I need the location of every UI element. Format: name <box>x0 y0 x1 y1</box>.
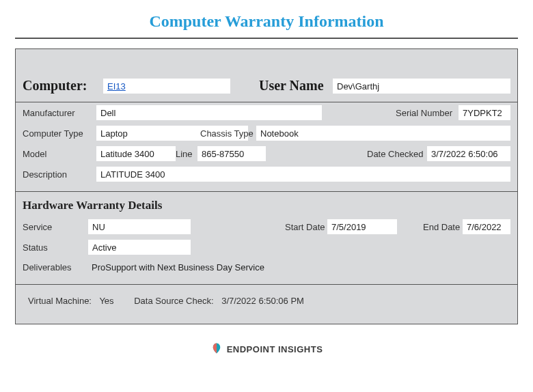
footer-section: Virtual Machine: Yes Data Source Check: … <box>16 285 517 324</box>
data-source-check-label: Data Source Check: <box>134 296 213 306</box>
date-checked-value: 3/7/2022 6:50:06 PM <box>427 146 510 161</box>
start-date-value: 7/5/2019 <box>327 219 397 234</box>
model-value: Latitude 3400 <box>96 146 176 161</box>
service-label: Service <box>23 222 88 232</box>
deliverables-value: ProSupport with Next Business Day Servic… <box>88 260 510 275</box>
data-source-check-value: 3/7/2022 6:50:06 PM <box>221 296 304 306</box>
service-value: NU <box>88 219 191 234</box>
model-label: Model <box>23 149 96 159</box>
end-date-value: 7/6/2022 <box>463 219 510 234</box>
line-value: 865-87550 <box>197 146 266 161</box>
username-value: Dev\Garthj <box>333 79 510 94</box>
computer-link[interactable]: EI13 <box>103 79 230 94</box>
computer-label: Computer: <box>23 78 103 94</box>
computer-link-text: EI13 <box>107 81 126 92</box>
date-checked-label: Date Checked <box>367 149 427 159</box>
status-label: Status <box>23 242 88 253</box>
status-value: Active <box>88 240 191 255</box>
description-value: LATITUDE 3400 <box>96 167 510 182</box>
computer-user-section: Computer: EI13 User Name Dev\Garthj <box>16 49 517 102</box>
chassis-type-value: Notebook <box>256 126 510 141</box>
details-section: Manufacturer Dell Serial Number 7YDPKT2 … <box>16 102 517 192</box>
username-label: User Name <box>259 78 333 94</box>
brand-bar: ENDPOINT INSIGHTS <box>0 337 533 366</box>
chassis-type-label: Chassis Type <box>200 128 256 139</box>
manufacturer-value: Dell <box>96 105 322 120</box>
manufacturer-label: Manufacturer <box>23 108 96 118</box>
brand-logo: ENDPOINT INSIGHTS <box>210 342 323 356</box>
brand-icon <box>210 342 223 356</box>
warranty-section: Hardware Warranty Details Service NU Sta… <box>16 192 517 285</box>
serial-number-value: 7YDPKT2 <box>459 105 510 120</box>
start-date-label: Start Date <box>285 222 327 232</box>
deliverables-label: Deliverables <box>23 262 88 272</box>
warranty-heading: Hardware Warranty Details <box>23 192 510 216</box>
brand-name: ENDPOINT INSIGHTS <box>227 344 323 354</box>
page-title: Computer Warranty Information <box>0 0 533 38</box>
line-label: Line <box>176 149 197 159</box>
description-label: Description <box>23 169 96 180</box>
virtual-machine-value: Yes <box>99 296 113 306</box>
serial-number-label: Serial Number <box>396 108 459 118</box>
main-panel: Computer: EI13 User Name Dev\Garthj Manu… <box>15 48 518 324</box>
virtual-machine-label: Virtual Machine: <box>28 296 92 306</box>
computer-type-label: Computer Type <box>23 128 96 139</box>
end-date-label: End Date <box>423 222 463 232</box>
title-divider <box>15 38 518 39</box>
